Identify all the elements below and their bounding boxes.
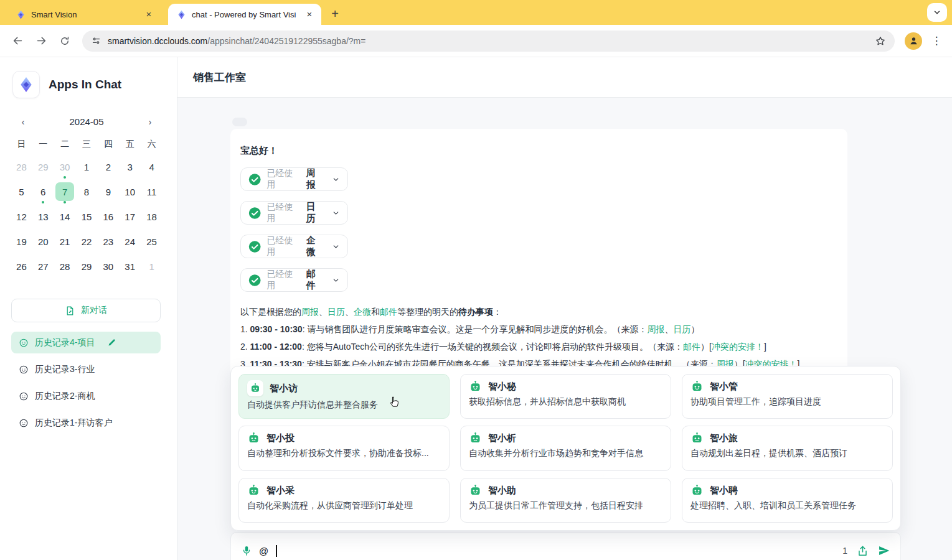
agent-card-智小投[interactable]: 智小投自动整理和分析投标文件要求，协助准备投标... bbox=[238, 426, 450, 470]
agent-card-智小析[interactable]: 智小析自动收集并分析行业市场趋势和竞争对手信息 bbox=[460, 426, 671, 470]
agent-card-智小访[interactable]: 智小访自动提供客户拜访信息并整合服务 bbox=[238, 374, 450, 419]
calendar-day[interactable]: 23 bbox=[97, 229, 119, 254]
inline-link[interactable]: 冲突的安排！ bbox=[712, 342, 764, 352]
calendar-day[interactable]: 2 bbox=[97, 154, 119, 179]
new-tab-button[interactable]: + bbox=[326, 5, 344, 22]
history-item-2[interactable]: 历史记录2-商机 bbox=[11, 385, 161, 407]
calendar-day[interactable]: 30 bbox=[97, 254, 119, 279]
calendar-day[interactable]: 13 bbox=[32, 204, 54, 229]
agent-card-智小管[interactable]: 智小管协助项目管理工作，追踪项目进度 bbox=[682, 374, 893, 419]
message-input[interactable]: @ bbox=[259, 546, 268, 556]
back-button[interactable] bbox=[6, 30, 29, 52]
send-button[interactable] bbox=[878, 544, 890, 557]
calendar-day[interactable]: 8 bbox=[76, 179, 98, 204]
message-composer[interactable]: @ 1 bbox=[230, 532, 901, 560]
agent-card-智小采[interactable]: 智小采自动化采购流程，从供应商管理到订单处理 bbox=[238, 478, 450, 523]
chevron-down-icon[interactable] bbox=[332, 243, 340, 251]
profile-avatar[interactable] bbox=[905, 32, 922, 50]
todo-item-2: 2. 11:00 - 12:00: 您将与AutoTech公司的张先生进行一场关… bbox=[240, 338, 837, 355]
inline-link[interactable]: 日历 bbox=[673, 324, 690, 334]
calendar-day[interactable]: 29 bbox=[32, 154, 54, 179]
new-chat-button[interactable]: 新对话 bbox=[11, 299, 161, 322]
inline-link[interactable]: 周报 bbox=[301, 307, 319, 317]
calendar-day[interactable]: 6 bbox=[32, 179, 54, 204]
reload-icon bbox=[59, 35, 70, 47]
calendar-day[interactable]: 14 bbox=[54, 204, 76, 229]
inline-link[interactable]: 周报 bbox=[647, 324, 664, 334]
calendar-day[interactable]: 16 bbox=[97, 204, 119, 229]
chevron-down-icon[interactable] bbox=[332, 276, 340, 284]
message-body: 以下是根据您的周报、日历、企微和邮件等整理的明天的待办事项： 1. 09:30 … bbox=[240, 303, 837, 373]
calendar-day[interactable]: 27 bbox=[32, 254, 54, 279]
calendar-next-button[interactable]: › bbox=[144, 116, 156, 127]
calendar-day[interactable]: 29 bbox=[76, 254, 98, 279]
used-tool-button-日历[interactable]: 已经使用日历 bbox=[240, 201, 348, 225]
calendar-day[interactable]: 22 bbox=[76, 229, 98, 254]
forward-button[interactable] bbox=[30, 30, 52, 52]
agent-card-智小秘[interactable]: 智小秘获取招标信息，并从招标信息中获取商机 bbox=[460, 374, 671, 419]
history-item-label: 历史记录1-拜访客户 bbox=[35, 418, 112, 429]
inline-link[interactable]: 日历 bbox=[328, 307, 345, 317]
calendar-day[interactable]: 9 bbox=[97, 179, 119, 204]
calendar-day[interactable]: 28 bbox=[11, 154, 32, 179]
calendar-day[interactable]: 17 bbox=[119, 204, 141, 229]
calendar-day[interactable]: 21 bbox=[54, 229, 76, 254]
upload-button[interactable] bbox=[857, 545, 869, 557]
calendar-day[interactable]: 10 bbox=[119, 179, 141, 204]
tab-smart-vision[interactable]: Smart Vision × bbox=[7, 4, 161, 25]
tab-close-icon[interactable]: × bbox=[143, 9, 154, 20]
inline-link[interactable]: 企微 bbox=[354, 307, 371, 317]
calendar-grid: 2829301234567891011121314151617181920212… bbox=[11, 154, 163, 279]
used-tool-button-企微[interactable]: 已经使用企微 bbox=[240, 235, 348, 258]
tab-chat-active[interactable]: chat - Powered by Smart Visi × bbox=[168, 4, 321, 25]
chevron-down-icon[interactable] bbox=[332, 175, 340, 184]
calendar-day[interactable]: 12 bbox=[11, 204, 32, 229]
calendar-day[interactable]: 11 bbox=[141, 179, 163, 204]
history-item-3[interactable]: 历史记录3-行业 bbox=[11, 358, 161, 380]
bookmark-star-button[interactable] bbox=[875, 35, 886, 47]
calendar-day[interactable]: 24 bbox=[119, 229, 141, 254]
bold-text: 待办事项 bbox=[458, 307, 493, 317]
tab-close-icon[interactable]: × bbox=[304, 9, 315, 20]
calendar-day[interactable]: 31 bbox=[119, 254, 141, 279]
inline-link[interactable]: 邮件 bbox=[683, 342, 700, 352]
calendar-day[interactable]: 7 bbox=[54, 179, 76, 204]
new-document-icon bbox=[65, 306, 75, 316]
agent-card-智小助[interactable]: 智小助为员工提供日常工作管理支持，包括日程安排 bbox=[460, 478, 671, 523]
calendar-day[interactable]: 25 bbox=[141, 229, 163, 254]
browser-menu-button[interactable]: ⋮ bbox=[927, 32, 946, 50]
history-item-1[interactable]: 历史记录1-拜访客户 bbox=[11, 412, 161, 434]
robot-icon bbox=[469, 484, 482, 497]
calendar-prev-button[interactable]: ‹ bbox=[17, 116, 29, 127]
calendar-day[interactable]: 18 bbox=[141, 204, 163, 229]
calendar-day[interactable]: 1 bbox=[141, 254, 163, 279]
agent-card-智小旅[interactable]: 智小旅自动规划出差日程，提供机票、酒店预订 bbox=[682, 426, 893, 470]
calendar-day[interactable]: 28 bbox=[54, 254, 76, 279]
chevron-down-icon[interactable] bbox=[332, 209, 340, 217]
text-segment: ）[ bbox=[700, 342, 712, 352]
tab-search-button[interactable] bbox=[927, 3, 947, 22]
calendar-day-number: 1 bbox=[143, 257, 161, 276]
reload-button[interactable] bbox=[54, 30, 76, 52]
calendar-day[interactable]: 20 bbox=[32, 229, 54, 254]
address-bar[interactable]: smartvision.dcclouds.com/appsinchat/2404… bbox=[82, 30, 895, 52]
calendar-day[interactable]: 15 bbox=[76, 204, 98, 229]
calendar-day[interactable]: 30 bbox=[54, 154, 76, 179]
agent-card-智小聘[interactable]: 智小聘处理招聘、入职、培训和员工关系管理任务 bbox=[682, 478, 893, 523]
site-settings-icon[interactable] bbox=[91, 35, 101, 46]
edit-pencil-icon[interactable] bbox=[107, 338, 116, 347]
used-tool-button-周报[interactable]: 已经使用周报 bbox=[240, 167, 348, 191]
agent-description: 自动收集并分析行业市场趋势和竞争对手信息 bbox=[469, 448, 662, 459]
used-tool-button-邮件[interactable]: 已经使用邮件 bbox=[240, 268, 348, 292]
calendar-day[interactable]: 5 bbox=[11, 179, 32, 204]
calendar-day[interactable]: 3 bbox=[119, 154, 141, 179]
calendar-day[interactable]: 19 bbox=[11, 229, 32, 254]
history-item-4[interactable]: 历史记录4-项目 bbox=[11, 332, 161, 353]
inline-link[interactable]: 邮件 bbox=[380, 307, 397, 317]
calendar-day-number: 8 bbox=[77, 182, 96, 201]
agent-name: 智小聘 bbox=[710, 485, 738, 497]
calendar-day[interactable]: 26 bbox=[11, 254, 32, 279]
microphone-button[interactable] bbox=[241, 545, 252, 556]
calendar-day[interactable]: 1 bbox=[76, 154, 98, 179]
calendar-day[interactable]: 4 bbox=[141, 154, 163, 179]
